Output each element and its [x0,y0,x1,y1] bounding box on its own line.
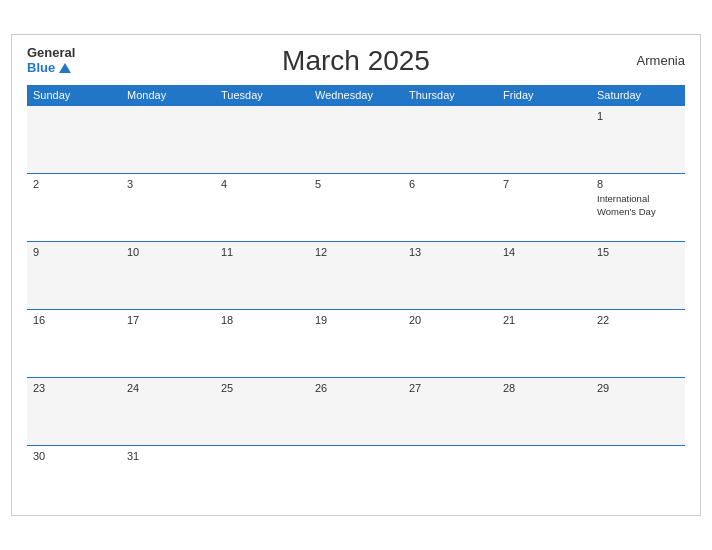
day-number: 20 [409,314,491,326]
day-number: 28 [503,382,585,394]
calendar-cell [215,105,309,173]
day-number: 1 [597,110,679,122]
calendar-week-row: 16171819202122 [27,309,685,377]
calendar-cell: 22 [591,309,685,377]
day-number: 4 [221,178,303,190]
calendar-cell: 8International Women's Day [591,173,685,241]
calendar-title: March 2025 [75,45,636,77]
calendar-cell [497,445,591,500]
day-number: 3 [127,178,209,190]
day-number: 8 [597,178,679,190]
calendar-week-row: 3031 [27,445,685,500]
day-number: 15 [597,246,679,258]
day-number: 7 [503,178,585,190]
col-friday: Friday [497,85,591,106]
day-number: 22 [597,314,679,326]
day-number: 18 [221,314,303,326]
calendar-cell: 19 [309,309,403,377]
day-number: 21 [503,314,585,326]
calendar-cell [215,445,309,500]
day-number: 11 [221,246,303,258]
calendar-cell [309,445,403,500]
calendar-cell: 6 [403,173,497,241]
calendar-cell: 13 [403,241,497,309]
calendar-header: General Blue March 2025 Armenia [27,45,685,77]
col-saturday: Saturday [591,85,685,106]
calendar-cell: 28 [497,377,591,445]
calendar-cell: 1 [591,105,685,173]
day-number: 26 [315,382,397,394]
calendar-cell: 20 [403,309,497,377]
day-number: 29 [597,382,679,394]
calendar-cell: 5 [309,173,403,241]
logo-general-text: General [27,46,75,60]
day-number: 24 [127,382,209,394]
calendar-cell: 25 [215,377,309,445]
calendar-cell: 4 [215,173,309,241]
day-number: 27 [409,382,491,394]
day-number: 17 [127,314,209,326]
calendar-cell: 23 [27,377,121,445]
event-label: International Women's Day [597,193,656,217]
day-number: 10 [127,246,209,258]
day-number: 2 [33,178,115,190]
calendar-cell [497,105,591,173]
calendar-cell: 11 [215,241,309,309]
calendar-container: General Blue March 2025 Armenia Sunday M… [11,34,701,517]
calendar-cell: 31 [121,445,215,500]
calendar-week-row: 23242526272829 [27,377,685,445]
day-number: 6 [409,178,491,190]
calendar-cell: 29 [591,377,685,445]
calendar-cell: 7 [497,173,591,241]
col-wednesday: Wednesday [309,85,403,106]
calendar-week-row: 1 [27,105,685,173]
col-sunday: Sunday [27,85,121,106]
day-number: 25 [221,382,303,394]
logo-triangle-icon [59,63,71,73]
calendar-cell: 14 [497,241,591,309]
day-number: 12 [315,246,397,258]
calendar-cell: 24 [121,377,215,445]
country-label: Armenia [637,53,685,68]
calendar-cell: 16 [27,309,121,377]
calendar-cell: 3 [121,173,215,241]
calendar-cell: 2 [27,173,121,241]
calendar-cell: 27 [403,377,497,445]
logo: General Blue [27,46,75,75]
calendar-cell [403,445,497,500]
calendar-cell: 9 [27,241,121,309]
calendar-cell: 12 [309,241,403,309]
col-thursday: Thursday [403,85,497,106]
day-number: 31 [127,450,209,462]
day-number: 23 [33,382,115,394]
calendar-cell: 21 [497,309,591,377]
calendar-cell [403,105,497,173]
calendar-week-row: 9101112131415 [27,241,685,309]
calendar-cell: 30 [27,445,121,500]
calendar-cell [121,105,215,173]
calendar-cell [27,105,121,173]
calendar-cell: 18 [215,309,309,377]
day-number: 30 [33,450,115,462]
logo-blue-text: Blue [27,61,75,75]
col-tuesday: Tuesday [215,85,309,106]
calendar-cell [591,445,685,500]
calendar-cell [309,105,403,173]
calendar-grid: Sunday Monday Tuesday Wednesday Thursday… [27,85,685,501]
calendar-cell: 15 [591,241,685,309]
calendar-week-row: 2345678International Women's Day [27,173,685,241]
calendar-cell: 17 [121,309,215,377]
day-number: 9 [33,246,115,258]
day-number: 13 [409,246,491,258]
calendar-cell: 26 [309,377,403,445]
col-monday: Monday [121,85,215,106]
day-number: 14 [503,246,585,258]
day-number: 19 [315,314,397,326]
day-number: 16 [33,314,115,326]
day-number: 5 [315,178,397,190]
calendar-header-row: Sunday Monday Tuesday Wednesday Thursday… [27,85,685,106]
calendar-cell: 10 [121,241,215,309]
